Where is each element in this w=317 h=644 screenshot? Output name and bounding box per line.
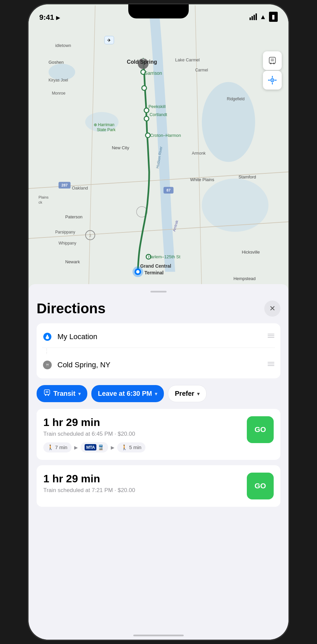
svg-point-1 [202,82,255,162]
walk-end-step: 🚶 5 min [117,442,145,452]
svg-point-24 [136,270,140,273]
route-card-1: 1 hr 29 min Train scheduled at 6:45 PM ·… [37,409,280,460]
svg-text:Oakland: Oakland [72,185,88,191]
route-card-2: 1 hr 29 min Train scheduled at 7:21 PM ·… [37,465,280,507]
origin-row[interactable]: My Location [42,326,275,348]
close-icon: ✕ [269,304,275,313]
time-button[interactable]: Leave at 6:30 PM ▾ [91,385,164,402]
transit-label: Transit [53,390,76,397]
svg-point-82 [45,394,46,396]
route-inputs: My Location ⋮⋮ [37,323,280,378]
transit-icon [43,389,51,398]
svg-text:Grand Central: Grand Central [140,263,171,269]
svg-text:ck: ck [39,200,42,204]
time-label: Leave at 6:30 PM [98,390,152,397]
train-icon: 🚆 [98,444,104,450]
go-button-1[interactable]: GO [247,416,274,443]
transit-mode-button[interactable] [263,51,282,70]
route-info-2: 1 hr 29 min Train scheduled at 7:21 PM ·… [43,473,241,498]
sheet-header: Directions ✕ [37,301,280,317]
origin-icon [42,331,53,342]
time-chevron: ▾ [155,391,157,396]
destination-text: Cold Spring, NY [57,361,262,369]
route-info-1: 1 hr 29 min Train scheduled at 6:45 PM ·… [43,416,241,452]
bottom-sheet: Directions ✕ My Location [29,284,288,640]
svg-point-17 [142,86,146,90]
go-label-2: GO [255,482,266,490]
svg-rect-79 [44,390,50,394]
svg-rect-61 [269,57,276,64]
sheet-handle [150,291,167,292]
svg-text:Goshen: Goshen [49,60,64,65]
svg-text:Kiryas Joel: Kiryas Joel [49,78,68,83]
walk-icon: 🚶 [47,444,54,450]
signal-bars [250,13,257,20]
svg-point-19 [144,116,149,121]
svg-text:3: 3 [89,233,91,237]
phone-screen: 9:41 ▶ ▲ ▮ [29,4,288,640]
svg-text:Monroe: Monroe [52,91,65,96]
svg-text:Harlem–125th St: Harlem–125th St [148,254,180,259]
transit-chevron: ▾ [78,391,81,396]
go-button-2[interactable]: GO [247,473,274,499]
route-dots: ⋮⋮ [42,348,275,354]
prefer-button[interactable]: Prefer ▾ [168,385,207,402]
svg-text:Garrison: Garrison [144,70,162,76]
current-location-button[interactable] [263,71,282,90]
svg-text:Newark: Newark [65,259,80,264]
route-duration-2: 1 hr 29 min [43,473,241,485]
map-controls [263,51,282,90]
svg-text:Stamford: Stamford [238,174,256,179]
svg-text:Lake Carmel: Lake Carmel [175,57,200,62]
svg-text:Hicksville: Hicksville [242,250,260,255]
svg-point-70 [47,335,48,336]
step-arrow-1: ▶ [74,445,78,450]
svg-text:State Park: State Park [97,127,116,132]
route-steps-1: 🚶 7 min ▶ MTA 🚆 ▶ 🚶 5 min [43,442,241,452]
location-arrow-icon: ▶ [56,14,60,21]
home-indicator [133,635,184,636]
walk-end-icon: 🚶 [121,444,128,450]
wifi-icon: ▲ [260,13,266,21]
step-arrow-2: ▶ [111,445,115,450]
phone-frame: 9:41 ▶ ▲ ▮ [28,3,289,641]
page-title: Directions [37,301,105,317]
destination-icon: ⛩ [42,360,53,370]
origin-handle [267,332,275,342]
svg-text:New City: New City [112,145,129,150]
destination-handle [267,360,275,370]
svg-text:Croton–Harmon: Croton–Harmon [150,133,181,138]
svg-text:⊕ Harriman: ⊕ Harriman [94,122,115,127]
map-area: 287 87 3 [29,4,288,296]
route-detail-1: Train scheduled at 6:45 PM · $20.00 [43,431,241,437]
close-button[interactable]: ✕ [264,301,280,317]
route-detail-2: Train scheduled at 7:21 PM · $20.00 [43,487,241,494]
prefer-label: Prefer [175,390,194,397]
destination-row[interactable]: ⛩ Cold Spring, NY [42,354,275,376]
battery-icon: ▮ [269,12,278,22]
notch [128,4,189,18]
svg-text:Whippany: Whippany [58,241,76,246]
svg-text:Armonk: Armonk [192,151,206,156]
status-time: 9:41 [39,13,54,22]
svg-text:Hempstead: Hempstead [233,276,256,281]
route-duration-1: 1 hr 29 min [43,416,241,429]
svg-text:Cold Spring: Cold Spring [127,59,157,65]
svg-text:87: 87 [167,188,171,192]
status-icons: ▲ ▮ [250,12,278,22]
transit-button[interactable]: Transit ▾ [37,385,87,402]
walk-start-step: 🚶 7 min [43,442,72,452]
svg-text:Terminal: Terminal [144,270,164,275]
origin-text: My Location [57,332,262,341]
svg-text:⛩: ⛩ [46,364,49,367]
transit-step: MTA 🚆 [81,442,108,452]
svg-text:White Plains: White Plains [190,177,214,182]
svg-point-20 [145,133,150,138]
svg-point-68 [272,79,273,81]
svg-text:Parsippany: Parsippany [55,230,75,234]
svg-text:Peekskill: Peekskill [148,104,166,109]
svg-text:✈: ✈ [107,38,111,43]
svg-text:idletown: idletown [55,43,71,48]
svg-text:Cortlandt: Cortlandt [149,112,167,117]
prefer-chevron: ▾ [197,391,199,396]
